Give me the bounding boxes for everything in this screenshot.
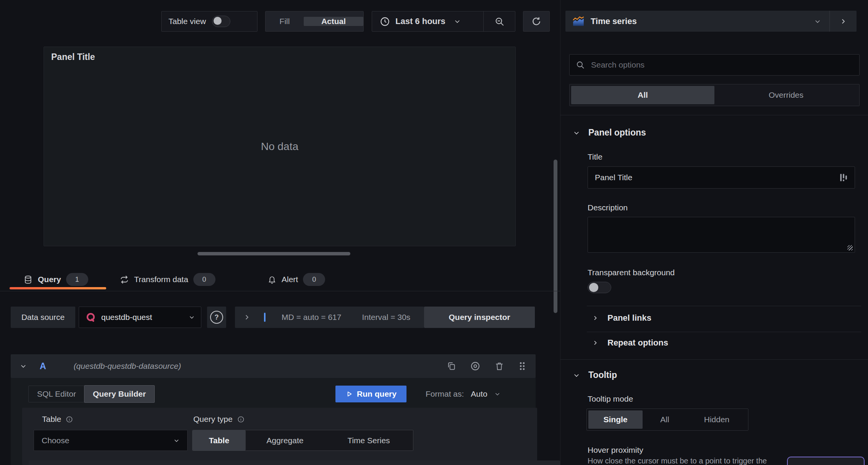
tooltip-mode-single[interactable]: Single [588, 410, 643, 429]
no-data-message: No data [44, 47, 515, 246]
fill-option[interactable]: Fill [266, 17, 304, 26]
tooltip-mode-label: Tooltip mode [588, 394, 633, 404]
transform-count-badge: 0 [193, 273, 215, 286]
chevron-down-icon [173, 438, 180, 444]
search-options-input[interactable] [590, 60, 853, 70]
clock-icon [380, 16, 390, 27]
table-view-label: Table view [168, 17, 206, 26]
tooltip-mode-switch: Single All Hidden [586, 408, 748, 431]
tab-transform-data[interactable]: Transform data 0 [120, 271, 215, 287]
chevron-down-icon [454, 18, 461, 25]
description-textarea[interactable] [588, 217, 855, 253]
play-icon [345, 390, 353, 398]
chevron-down-icon [494, 391, 500, 397]
tooltip-header[interactable]: Tooltip [573, 370, 617, 380]
run-query-button[interactable]: Run query [335, 386, 406, 402]
sidebar-divider [560, 115, 868, 115]
left-pane-scrollbar[interactable] [554, 160, 557, 313]
query-type-field-label: Query type [193, 415, 245, 424]
options-scope-tabs: All Overrides [569, 84, 860, 106]
tooltip-mode-all[interactable]: All [643, 410, 686, 429]
question-circle-icon: ? [210, 311, 223, 324]
editor-mode-switch: SQL Editor Query Builder [28, 386, 155, 402]
next-row-partial [29, 460, 560, 465]
chevron-right-icon [592, 315, 598, 321]
refresh-button[interactable] [523, 11, 550, 32]
query-datasource-hint: (questdb-questdb-datasource) [74, 362, 181, 371]
data-source-picker[interactable]: questdb-quest [79, 307, 201, 328]
search-options-box [569, 54, 860, 76]
query-builder-option[interactable]: Query Builder [84, 385, 155, 403]
panel-resize-scrollbar[interactable] [198, 252, 350, 255]
query-type-table[interactable]: Table [193, 430, 246, 450]
delete-query-trash-icon[interactable] [494, 361, 504, 371]
query-a-header[interactable]: A (questdb-questdb-datasource) [11, 354, 536, 378]
info-icon [237, 416, 245, 423]
query-count-badge: 1 [66, 273, 88, 286]
interval-text: Interval = 30s [362, 313, 410, 322]
tab-all[interactable]: All [571, 86, 714, 104]
panel-title-input[interactable]: Panel Title [588, 166, 855, 189]
actual-option[interactable]: Actual [304, 17, 363, 26]
chevron-down-icon[interactable] [20, 363, 27, 370]
pane-divider [560, 0, 560, 465]
drag-handle-icon[interactable] [518, 361, 526, 371]
data-source-label: Data source [11, 307, 75, 328]
visualization-name: Time series [591, 16, 637, 26]
transparent-background-toggle[interactable] [588, 282, 611, 293]
query-a-editor: SQL Editor Query Builder Run query Forma… [11, 378, 536, 465]
fill-actual-switch: Fill Actual [265, 11, 364, 32]
chevron-down-icon [573, 372, 580, 379]
data-source-help-button[interactable]: ? [207, 307, 226, 328]
panel-links-label: Panel links [607, 313, 651, 323]
options-divider [587, 332, 861, 332]
query-options-row[interactable]: MD = auto = 617 Interval = 30s [235, 307, 424, 328]
tooltip-mode-hidden[interactable]: Hidden [687, 410, 747, 429]
visualization-picker[interactable]: Time series [565, 11, 857, 32]
collapse-options-button[interactable] [829, 11, 857, 32]
panel-options-header[interactable]: Panel options [573, 128, 646, 138]
tab-query-label: Query [38, 275, 61, 284]
resize-handle-icon[interactable] [847, 245, 853, 250]
table-select[interactable]: Choose [34, 430, 188, 451]
duplicate-query-icon[interactable] [446, 361, 456, 371]
chevron-right-icon [243, 314, 250, 321]
panel-options-heading: Panel options [588, 128, 646, 138]
title-label: Title [588, 152, 602, 161]
focused-element-partial[interactable] [787, 457, 865, 465]
format-as-label: Format as: [426, 389, 464, 399]
repeat-options-section[interactable]: Repeat options [592, 338, 668, 348]
query-type-aggregate[interactable]: Aggregate [246, 430, 324, 450]
info-icon [66, 416, 73, 423]
table-select-value: Choose [42, 436, 69, 445]
query-inspector-button[interactable]: Query inspector [424, 307, 535, 328]
query-type-switch: Table Aggregate Time Series [192, 430, 413, 451]
tab-alert[interactable]: Alert 0 [267, 271, 325, 287]
section-divider [560, 359, 868, 360]
alert-count-badge: 0 [303, 273, 325, 286]
tab-transform-label: Transform data [134, 275, 188, 284]
query-builder-form: Table Query type Choose [22, 408, 537, 465]
max-datapoints-text: MD = auto = 617 [282, 313, 341, 322]
chevron-down-icon [814, 18, 821, 25]
time-range-button[interactable]: Last 6 hours [372, 16, 483, 27]
run-query-label: Run query [357, 389, 397, 399]
hide-query-eye-icon[interactable] [470, 361, 481, 371]
zoom-out-icon [494, 16, 505, 27]
chevron-down-icon [189, 314, 195, 320]
table-view-toggle[interactable] [212, 16, 230, 27]
zoom-out-time-button[interactable] [483, 11, 515, 31]
time-range-picker: Last 6 hours [372, 11, 515, 32]
tab-query[interactable]: Query 1 [23, 271, 88, 287]
query-ref-letter: A [40, 361, 46, 371]
transparent-background-label: Transparent background [588, 268, 675, 277]
field-suggestion-icon[interactable] [839, 173, 848, 182]
refresh-icon [531, 16, 542, 27]
tab-overrides[interactable]: Overrides [714, 86, 858, 104]
data-source-name: questdb-quest [101, 313, 152, 322]
query-type-time-series[interactable]: Time Series [324, 430, 413, 450]
hover-proximity-description: How close the cursor must be to a point … [588, 457, 786, 465]
sql-editor-option[interactable]: SQL Editor [29, 389, 84, 399]
format-as-value[interactable]: Auto [471, 389, 487, 399]
panel-links-section[interactable]: Panel links [592, 313, 651, 323]
